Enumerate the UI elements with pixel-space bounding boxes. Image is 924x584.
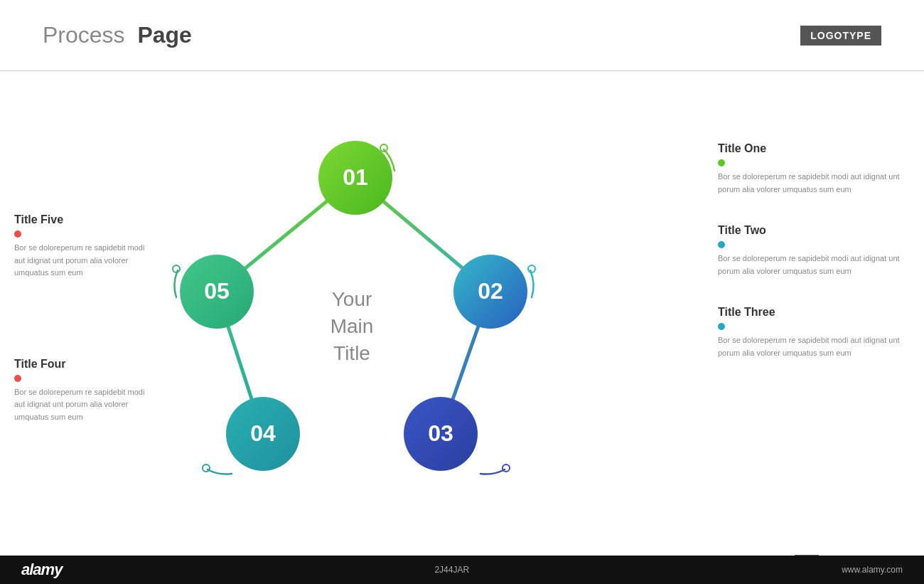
text-block-four: Title Four Bor se doloreperum re sapideb…	[14, 358, 156, 424]
body-five: Bor se doloreperum re sapidebit modi aut…	[14, 242, 156, 280]
body-three: Bor se doloreperum re sapidebit modi aut…	[718, 334, 903, 359]
right-text-panel: Title One Bor se doloreperum re sapidebi…	[718, 114, 903, 388]
center-title-line3: Title	[333, 342, 370, 364]
svg-point-7	[503, 464, 510, 472]
image-code: 2J44JAR	[434, 565, 469, 575]
title-one: Title One	[718, 142, 903, 155]
text-block-two: Title Two Bor se doloreperum re sapidebi…	[718, 224, 903, 277]
dot-five	[14, 230, 21, 238]
dot-four	[14, 375, 21, 382]
alamy-logo: alamy	[21, 561, 62, 579]
node-02-label: 02	[478, 278, 503, 304]
text-block-three: Title Three Bor se doloreperum re sapide…	[718, 306, 903, 359]
diagram-area: Your Main Title 01 02 03 04	[142, 107, 569, 519]
title-normal: Process	[43, 22, 125, 48]
svg-point-8	[203, 464, 210, 472]
text-block-five: Title Five Bor se doloreperum re sapideb…	[14, 213, 156, 280]
dot-one	[718, 159, 725, 166]
node-03-label: 03	[428, 420, 453, 446]
center-title-line1: Your	[332, 288, 372, 310]
body-two: Bor se doloreperum re sapidebit modi aut…	[718, 253, 903, 277]
watermark-url: www.alamy.com	[842, 565, 903, 575]
title-bold: Page	[137, 22, 191, 48]
center-title-line2: Main	[331, 315, 374, 337]
title-two: Title Two	[718, 224, 903, 237]
svg-point-9	[173, 265, 180, 272]
page-title: Process Page	[43, 22, 192, 48]
title-three: Title Three	[718, 306, 903, 319]
title-four: Title Four	[14, 358, 156, 371]
title-five: Title Five	[14, 213, 156, 226]
process-diagram: Your Main Title 01 02 03 04	[142, 107, 569, 519]
node-04-label: 04	[250, 420, 276, 446]
logotype: LOGOTYPE	[800, 26, 881, 46]
watermark-bar: alamy 2J44JAR www.alamy.com	[0, 556, 924, 584]
svg-point-6	[528, 265, 535, 272]
left-text-panel: Title Five Bor se doloreperum re sapideb…	[14, 128, 156, 452]
body-four: Bor se doloreperum re sapidebit modi aut…	[14, 386, 156, 424]
main-content: Title Five Bor se doloreperum re sapideb…	[0, 71, 924, 541]
alamy-brand: alamy	[21, 561, 62, 579]
dot-three	[718, 323, 725, 330]
body-one: Bor se doloreperum re sapidebit modi aut…	[718, 171, 903, 196]
node-01-label: 01	[343, 164, 368, 190]
header: Process Page LOGOTYPE	[0, 0, 924, 71]
text-block-one: Title One Bor se doloreperum re sapidebi…	[718, 142, 903, 196]
dot-two	[718, 241, 725, 248]
node-05-label: 05	[204, 278, 230, 304]
